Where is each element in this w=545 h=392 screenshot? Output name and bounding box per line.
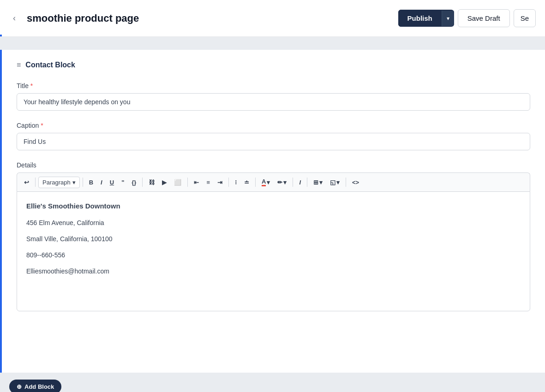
paragraph-dropdown-icon: ▾ <box>72 179 76 186</box>
add-block-icon: ⊕ <box>17 383 22 390</box>
paragraph-label: Paragraph <box>42 179 71 186</box>
publish-dropdown-button[interactable]: ▾ <box>442 11 454 26</box>
toolbar-sep-6 <box>255 178 256 187</box>
link-icon: ⛓ <box>149 179 155 186</box>
publish-button-group: Publish ▾ <box>398 10 454 27</box>
toolbar-sep-3 <box>142 178 143 187</box>
bottom-bar: ⊕ Add Block <box>0 373 545 392</box>
caption-field-group: Caption * <box>17 122 530 150</box>
align-center-button[interactable]: ≡ <box>203 177 213 188</box>
block-button[interactable]: ◱ ▾ <box>327 177 343 188</box>
details-label: Details <box>17 161 530 169</box>
header: ‹ smoothie product page Publish ▾ Save D… <box>0 0 545 37</box>
editor-line-2: 456 Elm Avenue, California <box>26 218 521 228</box>
unordered-list-button[interactable]: ⁝ <box>232 177 240 188</box>
highlight-dropdown: ▾ <box>283 179 287 186</box>
title-required: * <box>30 82 33 89</box>
code-button[interactable]: {} <box>128 177 139 188</box>
block-title-label: Contact Block <box>25 61 75 69</box>
details-field-group: Details ↩ Paragraph ▾ B I U " {} <box>17 161 530 311</box>
clear-format-button[interactable]: I <box>296 177 304 188</box>
font-color-dropdown: ▾ <box>267 179 270 186</box>
toolbar-sep-1 <box>35 178 36 187</box>
editor-content[interactable]: Ellie's Smoothies Downtown 456 Elm Avenu… <box>17 191 530 311</box>
caption-label: Caption * <box>17 122 530 129</box>
editor-line-5: Elliesmoothies@hotmail.com <box>26 267 521 276</box>
caption-required: * <box>41 122 43 129</box>
highlight-icon: ✏ <box>277 179 282 186</box>
table-icon: ⊞ <box>313 179 318 186</box>
toolbar-sep-7 <box>293 178 293 187</box>
bold-button[interactable]: B <box>86 177 96 188</box>
align-left-button[interactable]: ⇤ <box>191 177 202 188</box>
align-right-button[interactable]: ⇥ <box>214 177 226 188</box>
title-label: Title * <box>17 82 530 89</box>
editor-line-1: Ellie's Smoothies Downtown <box>26 201 521 212</box>
block-dropdown: ▾ <box>336 179 340 186</box>
block-icon: ◱ <box>330 179 335 186</box>
caption-input[interactable] <box>17 133 530 150</box>
image-icon: ⬜ <box>174 179 181 186</box>
link-button[interactable]: ⛓ <box>145 177 158 188</box>
back-button[interactable]: ‹ <box>9 12 19 25</box>
underline-button[interactable]: U <box>107 177 117 188</box>
paragraph-select[interactable]: Paragraph ▾ <box>38 177 80 188</box>
editor-line-3: Small Ville, California, 100100 <box>26 234 521 244</box>
contact-block-card: ≡ Contact Block Title * Caption * Detail… <box>0 50 545 373</box>
table-dropdown: ▾ <box>319 179 323 186</box>
undo-icon: ↩ <box>24 179 29 186</box>
block-menu-icon[interactable]: ≡ <box>17 61 21 69</box>
sub-bar <box>0 37 545 50</box>
save-draft-button[interactable]: Save Draft <box>458 9 510 27</box>
video-icon: ▶ <box>162 179 167 186</box>
ordered-list-button[interactable]: ≐ <box>241 177 252 188</box>
undo-button[interactable]: ↩ <box>21 177 32 188</box>
publish-button[interactable]: Publish <box>398 10 442 27</box>
title-input[interactable] <box>17 93 530 111</box>
highlight-button[interactable]: ✏ ▾ <box>274 177 290 188</box>
add-block-button[interactable]: ⊕ Add Block <box>9 380 61 392</box>
toolbar-sep-5 <box>228 178 229 187</box>
se-button[interactable]: Se <box>514 9 536 27</box>
italic-button[interactable]: I <box>97 177 106 188</box>
video-button[interactable]: ▶ <box>159 177 170 188</box>
table-button[interactable]: ⊞ ▾ <box>310 177 326 188</box>
toolbar-sep-4 <box>187 178 188 187</box>
editor-line-4: 809--660-556 <box>26 250 521 260</box>
add-block-label: Add Block <box>24 383 54 390</box>
toolbar-sep-2 <box>83 178 83 187</box>
image-button[interactable]: ⬜ <box>171 177 185 188</box>
title-field-group: Title * <box>17 82 530 111</box>
back-icon: ‹ <box>13 13 16 23</box>
header-actions: Publish ▾ Save Draft Se <box>398 9 536 27</box>
block-header: ≡ Contact Block <box>17 61 530 69</box>
toolbar-sep-9 <box>346 178 346 187</box>
toolbar-sep-8 <box>307 178 307 187</box>
accent-line <box>0 35 2 36</box>
main-content: ≡ Contact Block Title * Caption * Detail… <box>0 50 545 373</box>
source-button[interactable]: <> <box>349 177 362 188</box>
page-title: smoothie product page <box>27 12 398 24</box>
font-color-button[interactable]: A ▾ <box>258 176 273 189</box>
font-color-a: A <box>262 178 266 186</box>
editor-toolbar: ↩ Paragraph ▾ B I U " {} ⛓ ▶ <box>17 172 530 191</box>
blockquote-button[interactable]: " <box>118 177 127 188</box>
